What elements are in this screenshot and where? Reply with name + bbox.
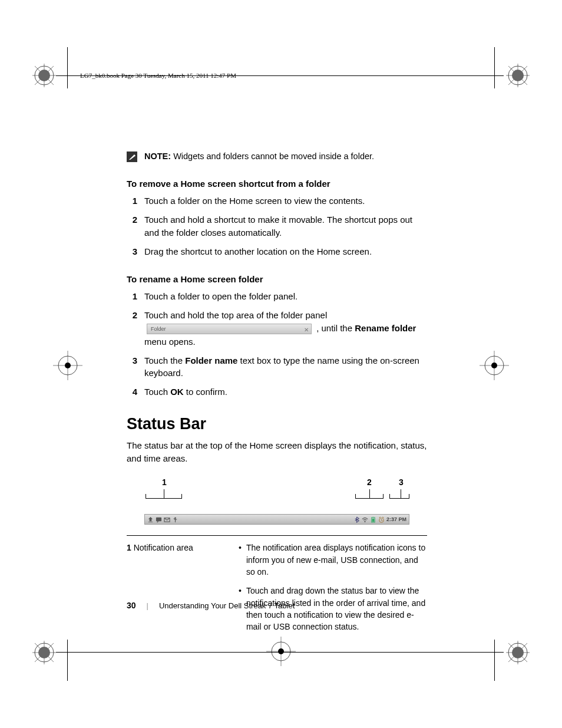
svg-point-27 <box>65 363 71 368</box>
page-number: 30 <box>127 601 136 610</box>
subhead-rename: To rename a Home screen folder <box>127 274 427 284</box>
statusbar-diagram: 1 2 3 <box>144 477 409 507</box>
step-text: Touch and hold the top area of the folde… <box>144 309 427 348</box>
step-text: Touch a folder to open the folder panel. <box>144 290 427 303</box>
steps-remove: 1Touch a folder on the Home screen to vi… <box>127 195 427 258</box>
crop-line-bottom <box>56 652 504 653</box>
table-row-1: 1 Notification area The notification are… <box>127 542 427 640</box>
crop-mark-tl <box>32 64 56 87</box>
svg-point-11 <box>512 70 524 81</box>
diagram-label-1: 1 <box>162 477 167 487</box>
step-text: Drag the shortcut to another location on… <box>144 245 427 258</box>
footer-title: Understanding Your Dell Streak 7 Tablet <box>159 601 295 610</box>
step-text: Touch OK to confirm. <box>144 386 427 398</box>
crop-mark-bl <box>32 641 56 664</box>
close-icon: ✕ <box>304 325 309 335</box>
note-body: Widgets and folders cannot be moved insi… <box>173 151 374 161</box>
crop-tick-tr-v <box>494 47 495 88</box>
bluetooth-icon <box>353 516 360 523</box>
bullet-text: The notification area displays notificat… <box>246 542 427 578</box>
table-rule <box>127 535 427 536</box>
crop-mark-br <box>506 641 530 664</box>
svg-point-40 <box>365 521 366 522</box>
statusbar-image: 2:37 PM <box>144 514 409 525</box>
step-text: Touch and hold a shortcut to make it mov… <box>144 213 427 239</box>
folder-title-bar: Folder ✕ <box>147 324 312 334</box>
svg-point-5 <box>38 70 50 81</box>
statusbar-notification-area <box>147 516 178 523</box>
svg-point-35 <box>278 648 284 654</box>
svg-point-23 <box>512 647 524 658</box>
section-heading-statusbar: Status Bar <box>127 415 427 433</box>
svg-rect-43 <box>372 518 375 522</box>
crop-tick-tl-v <box>67 47 68 88</box>
crop-target-left <box>53 351 82 380</box>
note-block: NOTE: Widgets and folders cannot be move… <box>127 150 427 162</box>
table-right: The notification area displays notificat… <box>239 542 427 640</box>
statusbar-intro: The status bar at the top of the Home sc… <box>127 439 427 465</box>
svg-point-31 <box>491 363 497 368</box>
page-content: NOTE: Widgets and folders cannot be move… <box>127 150 427 640</box>
steps-rename: 1Touch a folder to open the folder panel… <box>127 290 427 398</box>
crop-tick-bl-v <box>67 640 68 681</box>
table-left: 1 Notification area <box>127 542 227 640</box>
step-text: Touch a folder on the Home screen to vie… <box>144 195 427 207</box>
crop-mark-tr <box>506 64 530 87</box>
battery-icon <box>370 516 376 523</box>
note-text: NOTE: Widgets and folders cannot be move… <box>144 150 374 162</box>
alarm-icon <box>378 516 385 523</box>
subhead-remove: To remove a Home screen shortcut from a … <box>127 179 427 189</box>
svg-rect-36 <box>156 518 161 521</box>
svg-rect-42 <box>373 517 374 518</box>
statusbar-status-area: 2:37 PM <box>353 516 406 523</box>
chat-icon <box>156 516 162 523</box>
step-text: Touch the Folder name text box to type t… <box>144 354 427 380</box>
crop-target-right <box>480 351 509 380</box>
crop-tick-br-v <box>494 640 495 681</box>
note-icon <box>127 151 137 162</box>
page-footer: 30 | Understanding Your Dell Streak 7 Ta… <box>127 601 295 610</box>
header-line: LG7_bk0.book Page 30 Tuesday, March 15, … <box>80 72 236 79</box>
mail-icon <box>164 516 170 523</box>
footer-separator: | <box>147 601 148 610</box>
note-label: NOTE: <box>144 151 171 161</box>
upload-icon <box>147 516 154 523</box>
diagram-label-3: 3 <box>399 477 404 487</box>
wifi-icon <box>362 516 368 523</box>
svg-point-17 <box>38 647 50 658</box>
usb-icon <box>172 516 178 523</box>
statusbar-time: 2:37 PM <box>386 516 406 522</box>
crop-target-bottom <box>266 637 296 666</box>
diagram-label-2: 2 <box>367 477 372 487</box>
